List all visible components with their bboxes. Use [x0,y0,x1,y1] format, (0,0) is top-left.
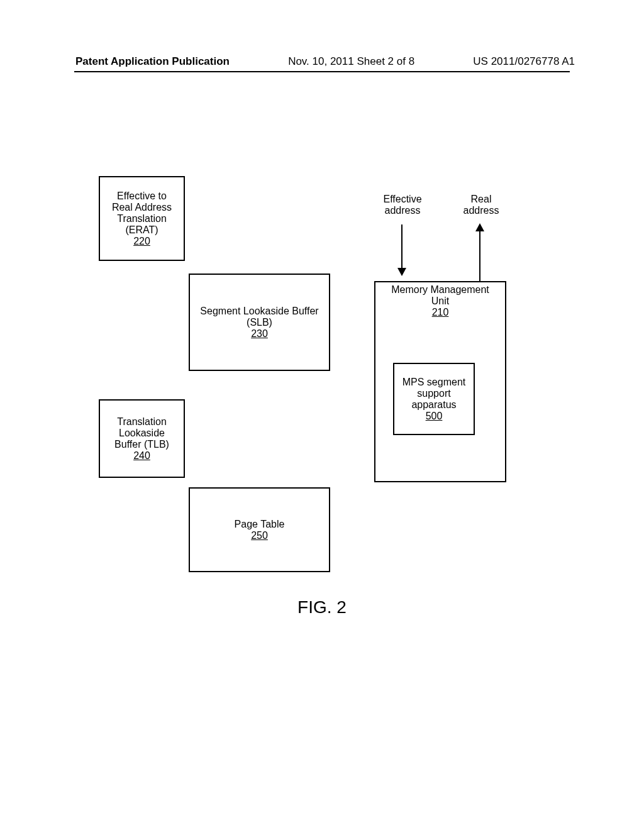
erat-line2: Real Address [112,202,172,213]
mps-ref: 500 [426,411,443,422]
effective-arrow-down-icon [401,224,402,275]
slb-line2: (SLB) [247,317,272,328]
header-left: Patent Application Publication [75,55,230,68]
header-center: Nov. 10, 2011 Sheet 2 of 8 [288,55,414,68]
mps-box: MPS segment support apparatus 500 [393,363,475,435]
mmu-ref: 210 [375,307,505,318]
mmu-line2: Unit [375,296,505,307]
figure-label: FIG. 2 [0,597,644,617]
mps-line1: MPS segment [402,377,465,388]
page-header: Patent Application Publication Nov. 10, … [0,55,644,68]
mps-line2: support [417,388,450,399]
real-arrow-up-icon [479,224,480,281]
tlb-ref: 240 [133,450,150,462]
tlb-line3: Buffer (TLB) [114,439,169,450]
mmu-line1: Memory Management [375,284,505,296]
erat-line1: Effective to [117,191,167,202]
tlb-line2: Lookaside [119,428,165,439]
pagetable-box: Page Table 250 [189,487,330,572]
slb-ref: 230 [251,328,268,340]
tlb-box: Translation Lookaside Buffer (TLB) 240 [99,399,185,478]
slb-line1: Segment Lookaside Buffer [200,306,318,317]
pagetable-line1: Page Table [235,519,285,530]
erat-box: Effective to Real Address Translation (E… [99,176,185,261]
mps-line3: apparatus [411,399,456,411]
header-right: US 2011/0276778 A1 [473,55,575,68]
slb-box: Segment Lookaside Buffer (SLB) 230 [189,274,330,371]
tlb-line1: Translation [117,416,167,428]
erat-line4: (ERAT) [125,224,158,236]
erat-line3: Translation [117,213,167,224]
effective-address-label: Effective address [374,194,431,216]
real-address-label: Real address [453,194,509,216]
pagetable-ref: 250 [251,530,268,541]
header-divider [74,71,570,72]
erat-ref: 220 [133,236,150,247]
